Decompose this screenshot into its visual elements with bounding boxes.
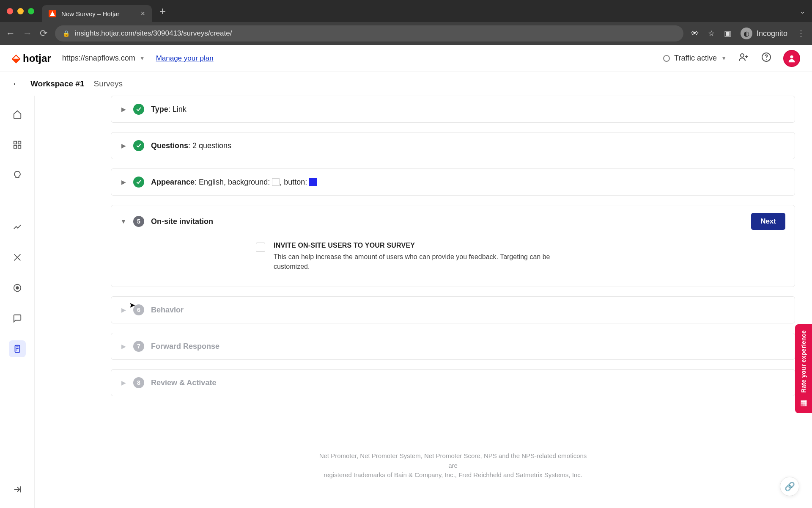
step-title: Forward Response	[151, 342, 219, 351]
button-swatch	[309, 178, 317, 186]
next-button[interactable]: Next	[751, 213, 785, 230]
browser-tab-strip: New Survey – Hotjar × + ⌄	[0, 0, 812, 22]
step-forward-response[interactable]: ▶ 7 Forward Response	[111, 333, 795, 360]
hotjar-flame-icon: ⬙	[12, 52, 20, 65]
incognito-icon: ◐	[741, 28, 752, 39]
nav-highlights-icon[interactable]	[9, 167, 26, 184]
back-arrow-icon[interactable]: ←	[12, 78, 21, 89]
chevron-down-icon[interactable]: ▼	[121, 218, 126, 225]
invite-checkbox[interactable]	[256, 243, 265, 252]
address-bar[interactable]: 🔒 insights.hotjar.com/sites/3090413/surv…	[55, 25, 683, 41]
step-questions[interactable]: ▶ Questions: 2 questions	[111, 132, 795, 159]
chevron-down-icon: ▼	[140, 55, 145, 61]
nav-reload-icon[interactable]: ⟳	[40, 28, 47, 39]
help-icon[interactable]	[760, 52, 772, 65]
nav-collapse-icon[interactable]	[9, 481, 26, 498]
chevron-right-icon[interactable]: ▶	[121, 179, 126, 185]
nav-home-icon[interactable]	[9, 106, 26, 123]
feedback-side-tab[interactable]: Rate your experience ▦	[795, 324, 812, 413]
tabs-overflow-icon[interactable]: ⌄	[800, 7, 805, 15]
tab-close-icon[interactable]: ×	[140, 9, 145, 18]
step-title: Type: Link	[151, 105, 187, 114]
hotjar-logo[interactable]: ⬙ hotjar	[12, 52, 51, 65]
nav-back-icon[interactable]: ←	[6, 28, 15, 39]
step-number-badge: 5	[133, 216, 144, 227]
step-title: On-site invitation	[151, 217, 213, 226]
step-behavior[interactable]: ▶ 6 Behavior	[111, 296, 795, 323]
traffic-status[interactable]: Traffic active ▼	[663, 54, 727, 63]
chevron-right-icon[interactable]: ▶	[121, 106, 126, 113]
tab-title: New Survey – Hotjar	[61, 10, 120, 17]
step-appearance[interactable]: ▶ Appearance: English, background: , but…	[111, 168, 795, 196]
bookmark-star-icon[interactable]: ☆	[708, 29, 715, 38]
browser-toolbar: ← → ⟳ 🔒 insights.hotjar.com/sites/309041…	[0, 22, 812, 45]
chevron-down-icon: ▼	[721, 55, 727, 61]
browser-menu-icon[interactable]: ⋮	[797, 28, 806, 39]
step-complete-icon	[133, 140, 144, 151]
step-title: Questions: 2 questions	[151, 141, 231, 150]
breadcrumb: ← Workspace #1 Surveys	[0, 72, 812, 96]
nav-recordings-icon[interactable]	[9, 279, 26, 296]
tab-favicon-icon	[49, 10, 56, 17]
svg-point-2	[766, 59, 767, 60]
background-swatch	[272, 178, 280, 186]
site-selector-label: https://snapflows.com	[62, 54, 135, 63]
legal-footer: Net Promoter, Net Promoter System, Net P…	[318, 451, 588, 480]
window-close-icon[interactable]	[7, 8, 13, 14]
step-number-badge: 8	[133, 377, 144, 388]
svg-point-9	[16, 287, 19, 289]
incognito-indicator[interactable]: ◐ Incognito	[741, 28, 787, 39]
feedback-tab-icon: ▦	[800, 398, 807, 407]
user-avatar[interactable]	[783, 50, 800, 67]
svg-rect-4	[14, 141, 16, 144]
extensions-icon[interactable]: ▣	[724, 29, 731, 38]
nav-funnels-icon[interactable]	[9, 249, 26, 266]
url-text: insights.hotjar.com/sites/3090413/survey…	[75, 29, 232, 38]
app-header: ⬙ hotjar https://snapflows.com ▼ Manage …	[0, 45, 812, 72]
browser-tab[interactable]: New Survey – Hotjar ×	[42, 5, 152, 22]
traffic-status-icon	[663, 55, 670, 62]
step-complete-icon	[133, 177, 144, 188]
site-selector[interactable]: https://snapflows.com ▼	[62, 54, 145, 63]
invite-user-icon[interactable]	[738, 52, 749, 65]
svg-rect-5	[18, 141, 20, 144]
nav-surveys-icon[interactable]	[9, 340, 26, 357]
svg-rect-6	[14, 146, 16, 148]
nav-trends-icon[interactable]	[9, 218, 26, 235]
breadcrumb-workspace[interactable]: Workspace #1	[30, 79, 84, 88]
invite-description: This can help increase the amount of use…	[274, 252, 552, 271]
incognito-label: Incognito	[757, 29, 787, 38]
step-onsite-invitation: ▼ 5 On-site invitation Next INVITE ON-SI…	[111, 205, 795, 287]
nav-forward-icon[interactable]: →	[23, 28, 32, 39]
invite-heading: INVITE ON-SITE USERS TO YOUR SURVEY	[274, 242, 552, 249]
chevron-right-icon[interactable]: ▶	[121, 306, 126, 313]
step-complete-icon	[133, 104, 144, 115]
mouse-cursor-icon: ➤	[129, 301, 135, 310]
step-review-activate[interactable]: ▶ 8 Review & Activate	[111, 369, 795, 396]
step-type[interactable]: ▶ Type: Link	[111, 96, 795, 123]
manage-plan-link[interactable]: Manage your plan	[156, 54, 214, 63]
svg-rect-7	[18, 146, 20, 148]
nav-feedback-icon[interactable]	[9, 310, 26, 327]
chevron-right-icon[interactable]: ▶	[121, 142, 126, 149]
lock-icon: 🔒	[63, 30, 70, 37]
window-maximize-icon[interactable]	[28, 8, 34, 14]
logo-text: hotjar	[23, 52, 51, 64]
window-minimize-icon[interactable]	[17, 8, 24, 14]
invite-option[interactable]: INVITE ON-SITE USERS TO YOUR SURVEY This…	[256, 242, 552, 271]
chevron-right-icon[interactable]: ▶	[121, 379, 126, 386]
feedback-tab-label: Rate your experience	[800, 330, 807, 393]
survey-builder: ▶ Type: Link ▶ Questions: 2 questions ▶ …	[35, 96, 812, 508]
side-nav	[0, 96, 35, 508]
step-title: Appearance: English, background: , butto…	[151, 178, 317, 187]
breadcrumb-section[interactable]: Surveys	[93, 79, 123, 88]
step-title: Behavior	[151, 306, 184, 315]
share-link-button[interactable]: 🔗	[780, 477, 799, 496]
eye-off-icon[interactable]: 👁	[691, 29, 699, 38]
new-tab-button[interactable]: +	[159, 5, 166, 18]
nav-dashboard-icon[interactable]	[9, 136, 26, 153]
chevron-right-icon[interactable]: ▶	[121, 343, 126, 350]
window-controls[interactable]	[7, 8, 34, 14]
step-number-badge: 7	[133, 341, 144, 352]
svg-point-0	[741, 54, 744, 57]
